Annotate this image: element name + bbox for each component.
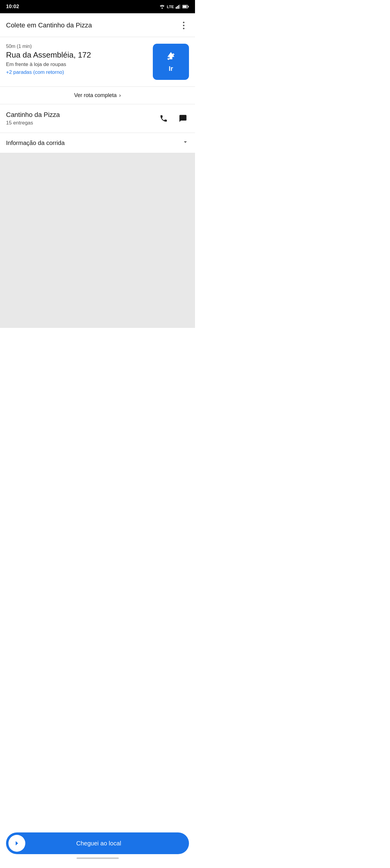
restaurant-actions — [158, 113, 189, 124]
chevron-right-icon: › — [119, 92, 121, 98]
menu-button[interactable] — [178, 20, 189, 31]
view-route-button[interactable]: Ver rota completa › — [0, 87, 195, 104]
status-time: 10:02 — [6, 4, 19, 10]
location-section: 50m (1 min) Rua da Assembléia, 172 Em fr… — [0, 37, 195, 87]
restaurant-section: Cantinho da Pizza 15 entregas — [0, 104, 195, 133]
go-button-label: Ir — [169, 65, 173, 73]
landmark-text: Em frente à loja de roupas — [6, 61, 148, 67]
svg-rect-1 — [176, 7, 177, 9]
expand-icon — [182, 138, 189, 146]
status-bar: 10:02 LTE — [0, 0, 195, 13]
signal-icon — [176, 4, 181, 9]
svg-rect-6 — [188, 6, 189, 7]
page-title: Colete em Cantinho da Pizza — [6, 22, 178, 29]
battery-icon — [182, 5, 189, 8]
status-icons: LTE — [159, 4, 189, 9]
chevron-down-icon — [182, 138, 189, 147]
stops-text: +2 paradas (com retorno) — [6, 69, 148, 75]
view-route-text: Ver rota completa — [74, 92, 117, 98]
svg-point-0 — [161, 7, 163, 9]
svg-rect-7 — [183, 6, 187, 8]
message-button[interactable] — [177, 113, 189, 124]
deliveries-count: 15 entregas — [6, 120, 158, 126]
street-name: Rua da Assembléia, 172 — [6, 50, 148, 60]
restaurant-name: Cantinho da Pizza — [6, 111, 158, 119]
restaurant-info: Cantinho da Pizza 15 entregas — [6, 111, 158, 126]
svg-rect-4 — [179, 4, 180, 9]
ride-info-title: Informação da corrida — [6, 140, 65, 147]
map-area — [0, 153, 195, 328]
distance-text: 50m (1 min) — [6, 44, 148, 49]
ride-info-section[interactable]: Informação da corrida — [0, 133, 195, 153]
location-info: 50m (1 min) Rua da Assembléia, 172 Em fr… — [6, 44, 153, 75]
phone-icon — [159, 114, 168, 123]
go-button[interactable]: Ir — [153, 44, 189, 80]
wifi-icon — [159, 4, 165, 9]
phone-button[interactable] — [158, 113, 170, 124]
network-label: LTE — [167, 4, 174, 9]
svg-rect-3 — [178, 5, 179, 9]
app-header: Colete em Cantinho da Pizza — [0, 13, 195, 37]
svg-rect-2 — [177, 6, 178, 9]
more-vert-icon — [183, 22, 184, 29]
route-icon — [166, 51, 176, 62]
navigation-icon — [166, 51, 176, 64]
message-icon — [179, 114, 187, 123]
